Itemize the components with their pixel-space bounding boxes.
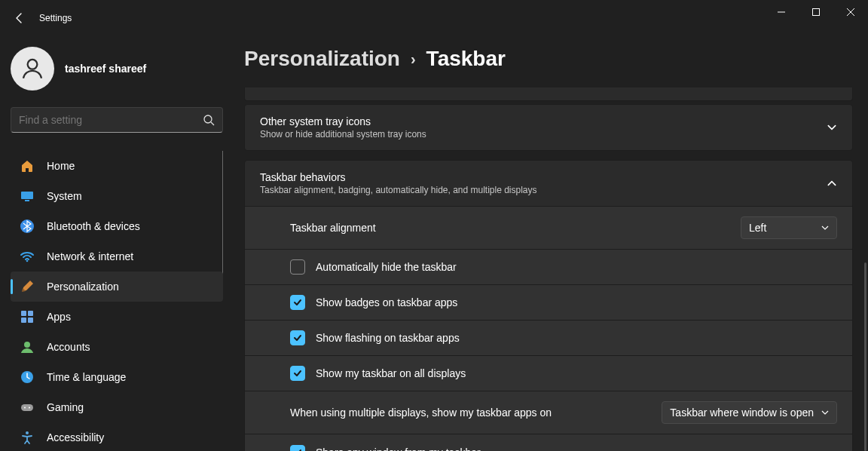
svg-point-10 xyxy=(26,260,29,262)
option-label: Share any window from my taskbar xyxy=(316,446,837,451)
minimize-icon xyxy=(778,8,785,16)
check-icon xyxy=(293,369,302,378)
previous-panel-cutoff xyxy=(244,87,853,101)
svg-point-18 xyxy=(24,407,26,409)
panel-title: Other system tray icons xyxy=(260,115,816,127)
username: tashreef shareef xyxy=(65,63,146,75)
nav-item-gaming[interactable]: Gaming xyxy=(11,392,223,422)
nav-item-label: Time & language xyxy=(47,371,126,383)
nav-item-label: Gaming xyxy=(47,401,84,413)
gaming-icon xyxy=(20,400,35,415)
search-input[interactable] xyxy=(19,114,203,126)
option-show-badges[interactable]: Show badges on taskbar apps xyxy=(245,284,852,320)
maximize-button[interactable] xyxy=(799,0,833,24)
option-multi-display: When using multiple displays, show my ta… xyxy=(245,391,852,434)
nav-item-system[interactable]: System xyxy=(11,181,223,211)
person-icon xyxy=(20,56,45,81)
nav-item-time[interactable]: Time & language xyxy=(11,362,223,392)
breadcrumb-current: Taskbar xyxy=(426,47,506,71)
panel-subtitle: Taskbar alignment, badging, automaticall… xyxy=(260,185,816,195)
check-icon xyxy=(293,333,302,342)
panel-title: Taskbar behaviors xyxy=(260,171,816,183)
check-icon xyxy=(293,298,302,307)
svg-point-4 xyxy=(28,60,38,69)
option-label: Show flashing on taskbar apps xyxy=(316,332,837,344)
svg-rect-1 xyxy=(813,9,820,16)
breadcrumb: Personalization › Taskbar xyxy=(244,47,853,71)
home-icon xyxy=(20,158,35,173)
svg-point-5 xyxy=(204,115,212,123)
nav-item-label: Apps xyxy=(47,311,71,323)
option-taskbar-alignment: Taskbar alignment Left xyxy=(245,206,852,249)
dropdown-value: Left xyxy=(749,222,814,234)
dropdown-taskbar-alignment[interactable]: Left xyxy=(741,216,837,239)
titlebar: Settings xyxy=(0,0,868,36)
nav-item-bluetooth[interactable]: Bluetooth & devices xyxy=(11,211,223,241)
nav-item-label: Accessibility xyxy=(47,431,104,443)
chevron-right-icon: › xyxy=(411,51,416,68)
checkbox-all-displays[interactable] xyxy=(290,366,305,381)
svg-rect-17 xyxy=(21,404,33,411)
avatar xyxy=(11,47,54,91)
nav-item-label: Home xyxy=(47,160,75,172)
nav-item-apps[interactable]: Apps xyxy=(11,302,223,332)
svg-point-19 xyxy=(29,407,30,409)
chevron-down-icon xyxy=(821,409,829,416)
app-title: Settings xyxy=(39,13,72,23)
dropdown-multi-display[interactable]: Taskbar where window is open xyxy=(662,401,837,424)
back-button[interactable] xyxy=(14,12,26,24)
minimize-button[interactable] xyxy=(764,0,799,24)
svg-rect-11 xyxy=(21,311,26,316)
nav-item-personalization[interactable]: Personalization xyxy=(11,272,223,302)
search-icon xyxy=(203,114,215,126)
close-button[interactable] xyxy=(833,0,868,24)
bluetooth-icon xyxy=(20,219,35,234)
option-all-displays[interactable]: Show my taskbar on all displays xyxy=(245,355,852,391)
svg-point-20 xyxy=(26,431,29,434)
breadcrumb-parent[interactable]: Personalization xyxy=(244,47,400,71)
option-label: Automatically hide the taskbar xyxy=(316,261,837,273)
accessibility-icon xyxy=(20,430,35,445)
clock-icon xyxy=(20,370,35,385)
nav-item-accessibility[interactable]: Accessibility xyxy=(11,422,223,451)
scrollbar[interactable] xyxy=(864,262,866,451)
dropdown-value: Taskbar where window is open xyxy=(670,407,814,419)
panel-taskbar-behaviors: Taskbar behaviors Taskbar alignment, bad… xyxy=(244,160,853,451)
option-label: When using multiple displays, show my ta… xyxy=(290,407,651,419)
wifi-icon xyxy=(20,249,35,264)
svg-rect-8 xyxy=(25,200,29,201)
chevron-down-icon xyxy=(821,224,829,232)
nav-item-label: Personalization xyxy=(47,281,119,293)
svg-rect-14 xyxy=(28,318,33,323)
svg-line-6 xyxy=(211,122,214,125)
svg-point-15 xyxy=(24,342,30,348)
nav-item-accounts[interactable]: Accounts xyxy=(11,332,223,362)
option-auto-hide[interactable]: Automatically hide the taskbar xyxy=(245,249,852,284)
panel-subtitle: Show or hide additional system tray icon… xyxy=(260,129,816,140)
panel-other-tray-icons[interactable]: Other system tray icons Show or hide add… xyxy=(244,104,853,151)
option-show-flashing[interactable]: Show flashing on taskbar apps xyxy=(245,320,852,355)
nav-item-home[interactable]: Home xyxy=(11,151,223,181)
chevron-up-icon xyxy=(827,178,837,189)
nav-item-label: Bluetooth & devices xyxy=(47,220,140,232)
close-icon xyxy=(847,8,854,16)
option-share-window[interactable]: Share any window from my taskbar xyxy=(245,434,852,451)
nav-item-network[interactable]: Network & internet xyxy=(11,241,223,272)
profile[interactable]: tashreef shareef xyxy=(11,47,223,91)
sidebar: tashreef shareef Home System Bluetooth &… xyxy=(0,36,234,451)
panel-taskbar-behaviors-header[interactable]: Taskbar behaviors Taskbar alignment, bad… xyxy=(245,161,852,206)
checkbox-auto-hide[interactable] xyxy=(290,259,305,275)
option-label: Show my taskbar on all displays xyxy=(316,367,837,379)
nav-item-label: Accounts xyxy=(47,341,90,353)
svg-rect-12 xyxy=(28,311,33,316)
checkbox-share-window[interactable] xyxy=(290,445,305,451)
content: Personalization › Taskbar Other system t… xyxy=(234,36,868,451)
search-box[interactable] xyxy=(11,107,223,133)
nav-item-label: Network & internet xyxy=(47,250,133,262)
nav-item-label: System xyxy=(47,190,82,202)
back-arrow-icon xyxy=(14,12,26,24)
checkbox-show-flashing[interactable] xyxy=(290,330,305,345)
accounts-icon xyxy=(20,339,35,354)
option-label: Taskbar alignment xyxy=(290,222,730,234)
checkbox-show-badges[interactable] xyxy=(290,295,305,310)
